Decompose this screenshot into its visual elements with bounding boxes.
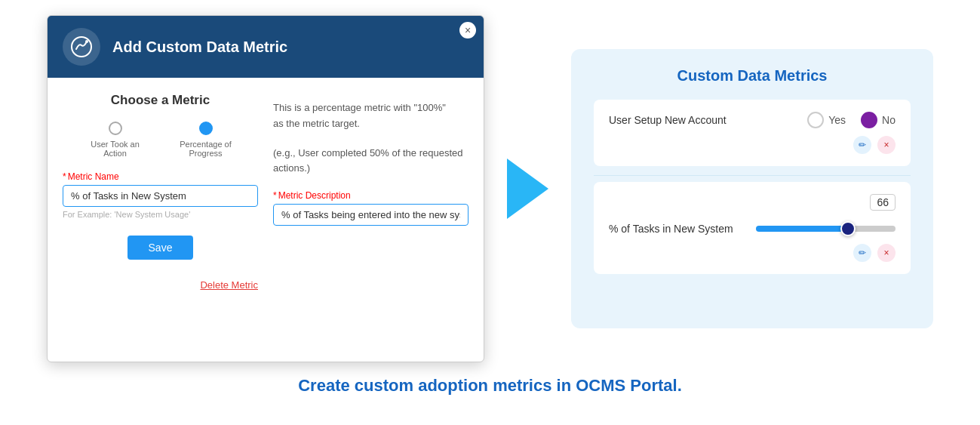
metric-desc-label: *Metric Description <box>273 190 468 201</box>
metric-name-label: *Metric Name <box>63 171 258 182</box>
metric-card-1: User Setup New Account Yes No ✏ × <box>594 100 911 166</box>
metric-option-progress-label: Percentage of Progress <box>176 140 236 158</box>
metric-card-1-row: User Setup New Account Yes No <box>609 112 896 128</box>
modal-header-icon <box>63 28 100 66</box>
save-button[interactable]: Save <box>127 236 194 260</box>
metric-name-required: * <box>63 171 66 182</box>
custom-metrics-panel: Custom Data Metrics User Setup New Accou… <box>571 49 933 328</box>
metric-desc-input[interactable] <box>273 204 468 226</box>
metric-1-edit-button[interactable]: ✏ <box>853 136 871 154</box>
metric-radio-progress[interactable] <box>199 122 213 135</box>
metric-options-group: User Took an Action Percentage of Progre… <box>63 122 258 158</box>
slider-track <box>756 226 896 232</box>
modal-title: Add Custom Data Metric <box>112 38 287 56</box>
metric-1-remove-button[interactable]: × <box>877 136 896 154</box>
svg-point-1 <box>85 40 88 43</box>
metric-option-progress[interactable]: Percentage of Progress <box>176 122 236 158</box>
modal-right-panel: This is a percentage metric with "100%" … <box>273 93 468 291</box>
metric-1-radio-group: Yes No <box>807 112 896 128</box>
metric-name-input[interactable] <box>63 185 258 207</box>
bottom-caption: Create custom adoption metrics in OCMS P… <box>283 376 697 396</box>
metric-2-slider[interactable] <box>756 221 896 236</box>
metrics-divider <box>594 175 911 176</box>
metric-desc-group: *Metric Description <box>273 190 468 226</box>
svg-point-0 <box>72 37 91 57</box>
metric-desc-required: * <box>273 190 277 201</box>
metric-radio-action[interactable] <box>109 122 122 135</box>
metric-1-yes-label: Yes <box>828 114 846 126</box>
metric-1-no-option[interactable]: No <box>861 112 896 128</box>
metric-card-2-row: % of Tasks in New System <box>609 221 896 236</box>
modal-body: Choose a Metric User Took an Action Perc… <box>48 78 484 306</box>
metric-2-remove-button[interactable]: × <box>877 244 896 262</box>
metric-option-action[interactable]: User Took an Action <box>85 122 146 158</box>
slider-thumb[interactable] <box>840 221 856 236</box>
metric-2-name: % of Tasks in New System <box>609 223 748 235</box>
metric-option-action-label: User Took an Action <box>85 140 146 158</box>
metric-description-line1: This is a percentage metric with "100%" <box>273 100 468 116</box>
metric-description-example: (e.g., User completed 50% of the request… <box>273 146 468 177</box>
metric-1-yes-radio[interactable] <box>807 112 824 128</box>
metric-description-line2: as the metric target. <box>273 116 468 132</box>
add-metric-modal: × Add Custom Data Metric Choose a Metric… <box>47 15 484 362</box>
metric-1-no-radio[interactable] <box>861 112 877 128</box>
metric-1-yes-option[interactable]: Yes <box>807 112 846 128</box>
metric-name-hint: For Example: 'New System Usage' <box>63 210 258 219</box>
modal-left-panel: Choose a Metric User Took an Action Perc… <box>63 93 258 291</box>
delete-metric-link[interactable]: Delete Metric <box>200 279 258 291</box>
panel-title: Custom Data Metrics <box>594 67 911 85</box>
modal-close-button[interactable]: × <box>459 22 476 38</box>
metric-card-1-actions: ✏ × <box>609 136 896 154</box>
choose-metric-heading: Choose a Metric <box>63 93 258 108</box>
arrow-right-icon <box>507 159 548 219</box>
metric-2-edit-button[interactable]: ✏ <box>853 244 871 262</box>
modal-header: Add Custom Data Metric <box>48 16 484 78</box>
metric-1-name: User Setup New Account <box>609 114 800 126</box>
metric-card-2: 66 % of Tasks in New System ✏ × <box>594 182 911 274</box>
metric-card-2-actions: ✏ × <box>609 244 896 262</box>
metric-name-group: *Metric Name For Example: 'New System Us… <box>63 171 258 219</box>
arrow-right-wrapper <box>507 159 548 219</box>
metric-1-no-label: No <box>882 114 896 126</box>
metric-2-value: 66 <box>870 194 896 211</box>
